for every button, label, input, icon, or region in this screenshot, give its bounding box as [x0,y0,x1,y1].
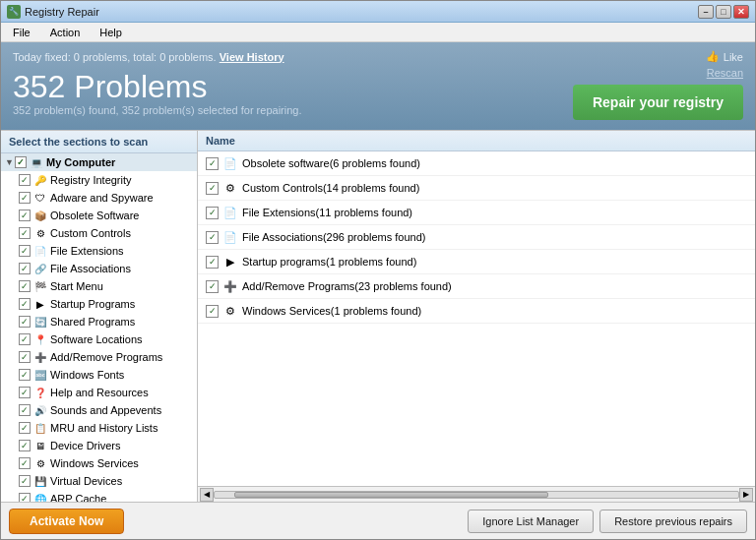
tree-item-mru[interactable]: ✓ 📋 MRU and History Lists [1,419,197,437]
problem-item-0[interactable]: ✓ 📄 Obsolete software(6 problems found) [198,151,755,176]
mru-icon: 📋 [33,421,47,435]
tree-item-arp-cache[interactable]: ✓ 🌐 ARP Cache [1,490,197,502]
checkbox-custom-controls[interactable]: ✓ [19,227,31,239]
activate-now-button[interactable]: Activate Now [9,509,124,534]
tree-item-shared-programs[interactable]: ✓ 🔄 Shared Programs [1,313,197,330]
bottom-right-buttons: Ignore List Manager Restore previous rep… [468,510,747,533]
checkbox-problem-6[interactable]: ✓ [206,305,219,318]
checkbox-file-associations[interactable]: ✓ [19,263,31,274]
tree-item-add-remove[interactable]: ✓ ➕ Add/Remove Programs [1,348,197,366]
checkbox-problem-4[interactable]: ✓ [206,256,219,269]
checkbox-sounds[interactable]: ✓ [19,404,31,416]
minimize-button[interactable]: – [698,5,714,19]
window-title: Registry Repair [25,6,99,18]
checkbox-help-resources[interactable]: ✓ [19,387,31,398]
view-history-link[interactable]: View History [220,51,284,63]
checkbox-windows-services[interactable]: ✓ [19,457,31,469]
controls-icon: ⚙ [33,226,47,240]
menu-file[interactable]: File [5,25,38,40]
checkbox-problem-2[interactable]: ✓ [206,207,219,219]
close-button[interactable]: ✕ [733,5,749,19]
tree-item-file-associations[interactable]: ✓ 🔗 File Associations [1,260,197,277]
computer-icon: 💻 [30,155,43,169]
shared-icon: 🔄 [33,315,47,329]
tree-container[interactable]: ▼ ✓ 💻 My Computer ✓ 🔑 Registry Integrity… [1,153,197,502]
menu-action[interactable]: Action [42,25,89,40]
tree-item-windows-fonts[interactable]: ✓ 🔤 Windows Fonts [1,366,197,384]
checkbox-start-menu[interactable]: ✓ [19,280,31,292]
window-controls: – □ ✕ [698,5,749,19]
problem-item-5[interactable]: ✓ ➕ Add/Remove Programs(23 problems foun… [198,274,755,299]
scroll-left-btn[interactable]: ◀ [200,488,214,502]
tree-item-file-extensions[interactable]: ✓ 📄 File Extensions [1,242,197,260]
maximize-button[interactable]: □ [716,5,731,19]
rescan-link[interactable]: Rescan [707,67,743,79]
prob-icon-5: ➕ [222,278,238,294]
problem-item-4[interactable]: ✓ ▶ Startup programs(1 problems found) [198,250,755,274]
scroll-thumb[interactable] [234,492,548,498]
checkbox-add-remove[interactable]: ✓ [19,351,31,363]
drivers-icon: 🖥 [33,439,47,452]
main-window: 🔧 Registry Repair – □ ✕ File Action Help… [0,0,756,540]
tree-item-software-locations[interactable]: ✓ 📍 Software Locations [1,330,197,348]
expand-icon: ▼ [5,157,15,167]
tree-item-start-menu[interactable]: ✓ 🏁 Start Menu [1,277,197,295]
app-icon: 🔧 [7,5,21,19]
right-panel: Name ✓ 📄 Obsolete software(6 problems fo… [198,131,755,502]
help-icon: ❓ [33,386,47,399]
tree-item-my-computer[interactable]: ▼ ✓ 💻 My Computer [1,153,197,171]
tree-item-sounds[interactable]: ✓ 🔊 Sounds and Appevents [1,401,197,419]
tree-item-obsolete-software[interactable]: ✓ 📦 Obsolete Software [1,207,197,224]
scroll-right-btn[interactable]: ▶ [739,488,753,502]
checkbox-virtual-devices[interactable]: ✓ [19,475,31,487]
problem-item-3[interactable]: ✓ 📄 File Associations(296 problems found… [198,225,755,250]
tree-item-device-drivers[interactable]: ✓ 🖥 Device Drivers [1,437,197,454]
like-button[interactable]: 👍 Like [706,50,743,63]
tree-item-help-resources[interactable]: ✓ ❓ Help and Resources [1,384,197,401]
tree-item-adware[interactable]: ✓ 🛡 Adware and Spyware [1,189,197,207]
checkbox-problem-0[interactable]: ✓ [206,157,219,170]
add-remove-icon: ➕ [33,350,47,364]
checkbox-startup-programs[interactable]: ✓ [19,298,31,310]
prob-icon-2: 📄 [222,205,238,220]
checkbox-windows-fonts[interactable]: ✓ [19,369,31,381]
checkbox-problem-1[interactable]: ✓ [206,182,219,195]
tree-item-windows-services[interactable]: ✓ ⚙ Windows Services [1,454,197,472]
scroll-track[interactable] [214,491,739,499]
horizontal-scrollbar[interactable]: ◀ ▶ [198,486,755,502]
tree-item-registry-integrity[interactable]: ✓ 🔑 Registry Integrity [1,171,197,189]
extensions-icon: 📄 [33,244,47,258]
arp-icon: 🌐 [33,492,47,502]
sounds-icon: 🔊 [33,403,47,417]
prob-icon-0: 📄 [222,155,238,171]
prob-icon-4: ▶ [222,254,238,270]
checkbox-file-extensions[interactable]: ✓ [19,245,31,257]
tree-item-custom-controls[interactable]: ✓ ⚙ Custom Controls [1,224,197,242]
checkbox-adware[interactable]: ✓ [19,192,31,204]
checkbox-problem-5[interactable]: ✓ [206,280,219,293]
like-icon: 👍 [706,50,720,63]
problem-item-2[interactable]: ✓ 📄 File Extensions(11 problems found) [198,201,755,225]
tree-item-virtual-devices[interactable]: ✓ 💾 Virtual Devices [1,472,197,490]
problem-item-1[interactable]: ✓ ⚙ Custom Controls(14 problems found) [198,176,755,201]
checkbox-shared-programs[interactable]: ✓ [19,316,31,328]
tree-item-startup-programs[interactable]: ✓ ▶ Startup Programs [1,295,197,313]
repair-registry-button[interactable]: Repair your registry [573,85,743,120]
checkbox-registry-integrity[interactable]: ✓ [19,174,31,186]
checkbox-device-drivers[interactable]: ✓ [19,440,31,451]
checkbox-mru[interactable]: ✓ [19,422,31,434]
startup-icon: ▶ [33,297,47,311]
checkbox-software-locations[interactable]: ✓ [19,333,31,345]
problem-item-6[interactable]: ✓ ⚙ Windows Services(1 problems found) [198,299,755,324]
checkbox-obsolete-software[interactable]: ✓ [19,210,31,221]
checkbox-arp-cache[interactable]: ✓ [19,493,31,502]
header-top-row: Today fixed: 0 problems, total: 0 proble… [13,50,743,63]
obsolete-icon: 📦 [33,209,47,222]
problems-list: ✓ 📄 Obsolete software(6 problems found) … [198,151,755,486]
checkbox-problem-3[interactable]: ✓ [206,231,219,244]
restore-repairs-button[interactable]: Restore previous repairs [599,510,747,533]
ignore-list-button[interactable]: Ignore List Manager [468,510,594,533]
menu-help[interactable]: Help [92,25,130,40]
title-bar: 🔧 Registry Repair – □ ✕ [1,1,755,23]
checkbox-my-computer[interactable]: ✓ [15,156,27,168]
